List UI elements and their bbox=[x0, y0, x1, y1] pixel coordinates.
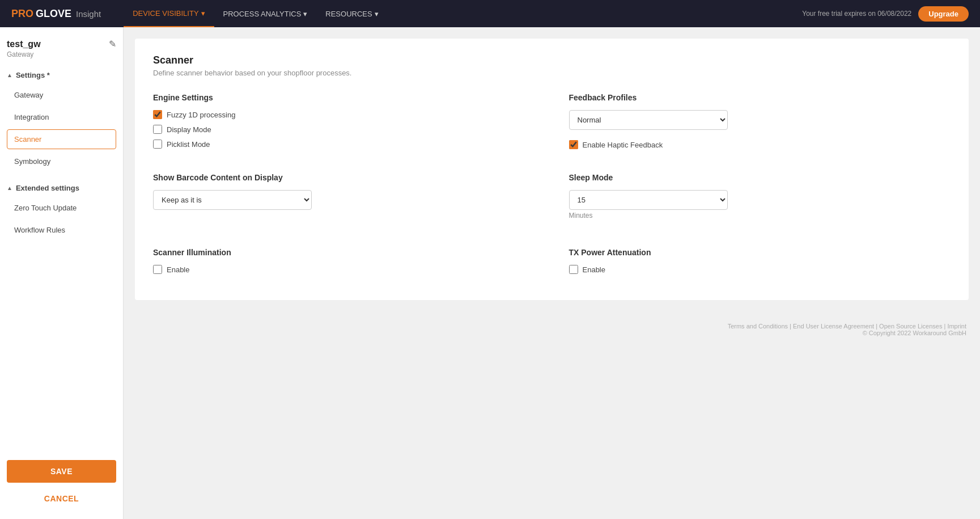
tx-power-section: TX Power Attenuation Enable bbox=[569, 248, 951, 280]
nav-device-visibility[interactable]: DEVICE VISIBILITY ▾ bbox=[124, 0, 214, 27]
sidebar-item-gateway[interactable]: Gateway bbox=[7, 85, 116, 105]
footer-imprint[interactable]: Imprint bbox=[947, 323, 966, 330]
nav-device-visibility-label: DEVICE VISIBILITY bbox=[133, 9, 198, 18]
device-name: test_gw bbox=[7, 39, 41, 49]
tx-power-title: TX Power Attenuation bbox=[569, 248, 951, 257]
settings-grid: Engine Settings Fuzzy 1D processing Disp… bbox=[153, 93, 951, 280]
sleep-mode-select[interactable]: 5 10 15 30 60 bbox=[569, 190, 728, 210]
tx-enable-label[interactable]: Enable bbox=[583, 265, 605, 274]
engine-settings-title: Engine Settings bbox=[153, 93, 535, 102]
sidebar-actions: SAVE CANCEL bbox=[7, 449, 116, 508]
footer-eula[interactable]: End User License Agreement bbox=[793, 323, 874, 330]
logo: PROGLOVE Insight bbox=[11, 8, 101, 20]
display-mode-checkbox[interactable] bbox=[153, 125, 162, 134]
sidebar-item-scanner[interactable]: Scanner bbox=[7, 129, 116, 149]
illumination-checkbox[interactable] bbox=[153, 265, 162, 274]
logo-insight: Insight bbox=[76, 9, 101, 19]
feedback-profiles-section: Feedback Profiles Normal Vibrate only Be… bbox=[569, 93, 951, 155]
top-nav: PROGLOVE Insight DEVICE VISIBILITY ▾ PRO… bbox=[0, 0, 980, 27]
upgrade-button[interactable]: Upgrade bbox=[918, 6, 969, 22]
settings-chevron: ▲ bbox=[7, 72, 12, 78]
show-barcode-title: Show Barcode Content on Display bbox=[153, 173, 535, 182]
save-button[interactable]: SAVE bbox=[7, 460, 116, 483]
layout: test_gw ✎ Gateway ▲ Settings * Gateway I… bbox=[0, 27, 980, 519]
page-title: Scanner bbox=[153, 54, 951, 66]
haptic-checkbox[interactable] bbox=[569, 140, 578, 149]
engine-settings-section: Engine Settings Fuzzy 1D processing Disp… bbox=[153, 93, 535, 155]
edit-icon[interactable]: ✎ bbox=[109, 39, 116, 49]
nav-items: DEVICE VISIBILITY ▾ PROCESS ANALYTICS ▾ … bbox=[124, 0, 802, 27]
nav-process-analytics[interactable]: PROCESS ANALYTICS ▾ bbox=[214, 0, 317, 27]
nav-resources-label: RESOURCES bbox=[325, 10, 372, 18]
extended-header-label: Extended settings bbox=[16, 184, 79, 192]
main-content: Scanner Define scanner behavior based on… bbox=[124, 27, 980, 519]
trial-text: Your free trial expires on 06/08/2022 bbox=[802, 10, 911, 18]
footer-terms[interactable]: Terms and Conditions bbox=[728, 323, 788, 330]
haptic-row: Enable Haptic Feedback bbox=[569, 140, 951, 149]
scanner-illumination-section: Scanner Illumination Enable bbox=[153, 248, 535, 280]
picklist-label[interactable]: Picklist Mode bbox=[167, 140, 210, 149]
nav-resources[interactable]: RESOURCES ▾ bbox=[316, 0, 387, 27]
feedback-profile-group: Normal Vibrate only Beep only Silent bbox=[569, 110, 951, 130]
sidebar-item-integration[interactable]: Integration bbox=[7, 107, 116, 127]
device-type: Gateway bbox=[7, 50, 116, 58]
logo-pro: PRO bbox=[11, 8, 33, 20]
settings-section-header: ▲ Settings * bbox=[7, 71, 116, 79]
picklist-row: Picklist Mode bbox=[153, 140, 535, 149]
feedback-profiles-title: Feedback Profiles bbox=[569, 93, 951, 102]
footer: Terms and Conditions | End User License … bbox=[124, 311, 980, 348]
haptic-label[interactable]: Enable Haptic Feedback bbox=[583, 141, 663, 149]
sleep-mode-section: Sleep Mode 5 10 15 30 60 Minutes bbox=[569, 173, 951, 230]
footer-links: Terms and Conditions | End User License … bbox=[137, 323, 966, 330]
nav-process-analytics-label: PROCESS ANALYTICS bbox=[223, 10, 302, 18]
tx-enable-row: Enable bbox=[569, 265, 951, 274]
nav-process-analytics-chevron: ▾ bbox=[303, 10, 307, 18]
sidebar-item-zero-touch[interactable]: Zero Touch Update bbox=[7, 198, 116, 218]
sidebar: test_gw ✎ Gateway ▲ Settings * Gateway I… bbox=[0, 27, 124, 519]
display-mode-label[interactable]: Display Mode bbox=[167, 125, 211, 134]
page-subtitle: Define scanner behavior based on your sh… bbox=[153, 69, 951, 77]
sleep-mode-group: 5 10 15 30 60 Minutes bbox=[569, 190, 951, 220]
barcode-content-group: Keep as it is Show Hide bbox=[153, 190, 535, 210]
show-barcode-section: Show Barcode Content on Display Keep as … bbox=[153, 173, 535, 230]
tx-enable-checkbox[interactable] bbox=[569, 265, 578, 274]
cancel-button[interactable]: CANCEL bbox=[7, 490, 116, 508]
settings-header-label: Settings * bbox=[16, 71, 50, 79]
extended-chevron: ▲ bbox=[7, 185, 12, 191]
sleep-mode-title: Sleep Mode bbox=[569, 173, 951, 182]
fuzzy-checkbox[interactable] bbox=[153, 110, 162, 119]
nav-resources-chevron: ▾ bbox=[375, 10, 379, 18]
sidebar-item-workflow-rules[interactable]: Workflow Rules bbox=[7, 220, 116, 240]
illumination-enable-row: Enable bbox=[153, 265, 535, 274]
barcode-content-select[interactable]: Keep as it is Show Hide bbox=[153, 190, 312, 210]
fuzzy-label[interactable]: Fuzzy 1D processing bbox=[167, 111, 235, 119]
footer-oss[interactable]: Open Source Licenses bbox=[879, 323, 942, 330]
device-name-row: test_gw ✎ bbox=[7, 39, 116, 49]
illumination-label[interactable]: Enable bbox=[167, 265, 189, 274]
scanner-illumination-title: Scanner Illumination bbox=[153, 248, 535, 257]
sleep-mode-unit: Minutes bbox=[569, 212, 951, 220]
sidebar-item-symbology[interactable]: Symbology bbox=[7, 151, 116, 171]
extended-section-header: ▲ Extended settings bbox=[7, 184, 116, 192]
logo-glove: GLOVE bbox=[36, 8, 71, 20]
fuzzy-row: Fuzzy 1D processing bbox=[153, 110, 535, 119]
feedback-profile-select[interactable]: Normal Vibrate only Beep only Silent bbox=[569, 110, 728, 130]
nav-device-visibility-chevron: ▾ bbox=[201, 9, 205, 18]
scanner-card: Scanner Define scanner behavior based on… bbox=[135, 39, 969, 300]
picklist-checkbox[interactable] bbox=[153, 140, 162, 149]
display-mode-row: Display Mode bbox=[153, 125, 535, 134]
footer-copyright: © Copyright 2022 Workaround GmbH bbox=[137, 330, 966, 336]
